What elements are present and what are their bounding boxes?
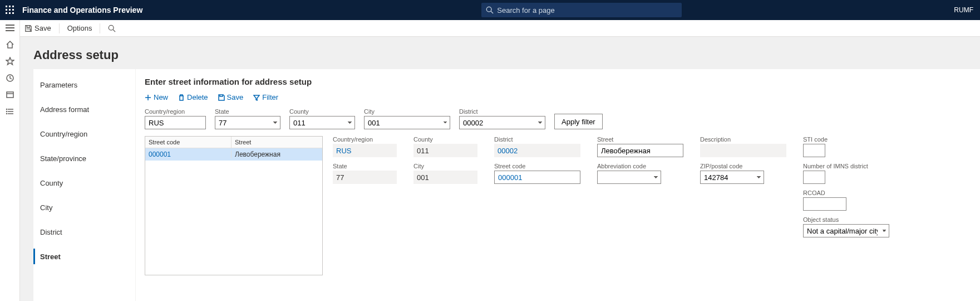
svg-rect-5	[12, 9, 14, 11]
sidenav-item-parameters[interactable]: Parameters	[33, 72, 135, 97]
clock-icon[interactable]	[6, 74, 14, 82]
waffle-icon[interactable]	[0, 0, 20, 20]
list-icon[interactable]	[6, 107, 14, 116]
new-button-label: New	[154, 93, 168, 101]
new-button[interactable]: New	[145, 93, 168, 101]
detail-rcoad-label: RCOAD	[803, 190, 889, 196]
form-save-button[interactable]: Save	[218, 93, 244, 101]
divider	[59, 23, 60, 33]
detail-country-region-value[interactable]	[333, 144, 397, 157]
detail-zip-label: ZIP/postal code	[700, 163, 786, 169]
detail-street-code-input[interactable]	[494, 171, 580, 184]
form-title: Enter street information for address set…	[145, 77, 971, 86]
detail-rcoad-input[interactable]	[803, 197, 846, 211]
detail-city-value[interactable]	[413, 171, 477, 184]
detail-county-value[interactable]	[413, 144, 477, 157]
grid-col-street-code[interactable]: Street code	[145, 137, 232, 148]
detail-sti-label: STI code	[803, 136, 889, 143]
svg-point-23	[109, 25, 114, 30]
detail-abbrev-select[interactable]	[597, 171, 661, 184]
state-filter-select[interactable]	[215, 116, 280, 129]
svg-point-20	[6, 109, 7, 110]
detail-street-label: Street	[597, 136, 683, 143]
city-filter-select[interactable]	[364, 116, 450, 129]
save-icon	[218, 94, 225, 101]
sidenav-item-country-region[interactable]: Country/region	[33, 122, 135, 146]
delete-button[interactable]: Delete	[178, 93, 208, 101]
city-filter-label: City	[364, 108, 450, 115]
detail-street-input[interactable]	[597, 144, 683, 157]
apply-filter-button[interactable]: Apply filter	[554, 114, 603, 129]
detail-street-code-label: Street code	[494, 163, 580, 169]
home-icon[interactable]	[6, 40, 14, 49]
delete-button-label: Delete	[187, 93, 208, 101]
sidenav-item-city[interactable]: City	[33, 195, 135, 220]
search-placeholder: Search for a page	[497, 6, 554, 14]
detail-imns-input[interactable]	[803, 171, 825, 184]
detail-city-label: City	[413, 163, 477, 169]
filter-button[interactable]: Filter	[253, 93, 278, 101]
save-button[interactable]: Save	[24, 24, 51, 32]
detail-abbrev-label: Abbreviation code	[597, 163, 683, 169]
svg-line-24	[114, 30, 116, 32]
action-bar: New Delete Save Filter	[145, 93, 971, 101]
search-input[interactable]: Search for a page	[481, 3, 682, 17]
detail-object-status-select[interactable]	[803, 224, 889, 237]
district-filter-select[interactable]	[459, 116, 545, 129]
detail-description-value[interactable]	[700, 144, 786, 157]
filter-button-label: Filter	[262, 93, 278, 101]
detail-state-value[interactable]	[333, 171, 397, 184]
detail-imns-label: Number of IMNS district	[803, 163, 889, 169]
table-row[interactable]: 000001 Левобережная	[145, 148, 322, 161]
svg-rect-13	[6, 30, 14, 31]
detail-district-value[interactable]	[494, 144, 580, 157]
detail-district-label: District	[494, 136, 580, 143]
county-filter-select[interactable]	[289, 116, 355, 129]
cmdbar-search-button[interactable]	[108, 25, 116, 32]
detail-state-label: State	[333, 163, 397, 169]
sidenav-item-address-format[interactable]: Address format	[33, 97, 135, 122]
left-rail	[0, 20, 20, 301]
street-grid: Street code Street 000001 Левобережная	[145, 136, 323, 275]
grid-cell-code: 000001	[145, 151, 232, 158]
options-button[interactable]: Options	[67, 24, 92, 32]
user-badge[interactable]: RUMF	[954, 6, 973, 14]
plus-icon	[145, 94, 151, 101]
detail-country-region-label: Country/region	[333, 136, 397, 143]
sidenav-item-street[interactable]: Street	[33, 244, 135, 269]
svg-line-10	[491, 11, 494, 13]
sidenav-item-state-province[interactable]: State/province	[33, 146, 135, 171]
detail-zip-select[interactable]	[700, 171, 764, 184]
save-icon	[24, 25, 32, 32]
svg-rect-7	[9, 12, 11, 14]
svg-rect-6	[6, 12, 7, 14]
grid-cell-street: Левобережная	[232, 151, 322, 158]
svg-rect-12	[6, 27, 14, 28]
detail-county-label: County	[413, 136, 477, 143]
detail-sti-input[interactable]	[803, 144, 825, 157]
state-filter-label: State	[215, 108, 280, 115]
star-icon[interactable]	[6, 57, 14, 66]
svg-rect-3	[6, 9, 7, 11]
search-icon	[486, 6, 494, 14]
svg-rect-8	[12, 12, 14, 14]
grid-col-street[interactable]: Street	[232, 137, 322, 148]
module-icon[interactable]	[6, 90, 14, 99]
options-button-label: Options	[67, 24, 92, 32]
sidenav-item-county[interactable]: County	[33, 171, 135, 195]
country-region-filter-input[interactable]	[145, 116, 206, 129]
command-bar: Save Options	[20, 20, 980, 37]
svg-rect-15	[7, 92, 13, 98]
svg-point-9	[487, 7, 492, 12]
trash-icon	[178, 94, 185, 101]
topbar: Finance and Operations Preview Search fo…	[0, 0, 980, 20]
sidenav-item-district[interactable]: District	[33, 220, 135, 244]
sidenav: Parameters Address format Country/region…	[33, 69, 136, 301]
filter-icon	[253, 94, 260, 101]
save-button-label: Save	[35, 24, 51, 32]
search-icon	[108, 25, 116, 32]
detail-object-status-label: Object status	[803, 216, 889, 223]
svg-rect-2	[12, 6, 14, 7]
hamburger-icon[interactable]	[6, 23, 14, 32]
svg-rect-0	[6, 6, 7, 7]
